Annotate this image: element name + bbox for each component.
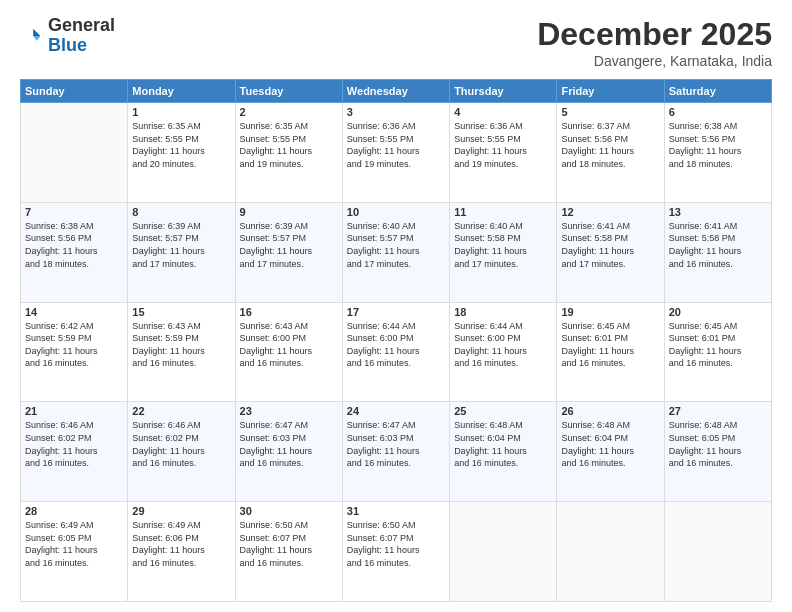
- cell-content: Sunrise: 6:39 AMSunset: 5:57 PMDaylight:…: [132, 220, 230, 270]
- calendar-header-saturday: Saturday: [664, 80, 771, 103]
- location: Davangere, Karnataka, India: [537, 53, 772, 69]
- calendar-cell: 28Sunrise: 6:49 AMSunset: 6:05 PMDayligh…: [21, 502, 128, 602]
- cell-content: Sunrise: 6:42 AMSunset: 5:59 PMDaylight:…: [25, 320, 123, 370]
- cell-content: Sunrise: 6:50 AMSunset: 6:07 PMDaylight:…: [240, 519, 338, 569]
- calendar-cell: [21, 103, 128, 203]
- logo-blue-text: Blue: [48, 36, 115, 56]
- day-number: 19: [561, 306, 659, 318]
- day-number: 22: [132, 405, 230, 417]
- day-number: 30: [240, 505, 338, 517]
- calendar-cell: 27Sunrise: 6:48 AMSunset: 6:05 PMDayligh…: [664, 402, 771, 502]
- calendar-header-thursday: Thursday: [450, 80, 557, 103]
- calendar-cell: 4Sunrise: 6:36 AMSunset: 5:55 PMDaylight…: [450, 103, 557, 203]
- day-number: 27: [669, 405, 767, 417]
- logo-text: General Blue: [48, 16, 115, 56]
- logo: General Blue: [20, 16, 115, 56]
- cell-content: Sunrise: 6:44 AMSunset: 6:00 PMDaylight:…: [347, 320, 445, 370]
- header: General Blue December 2025 Davangere, Ka…: [20, 16, 772, 69]
- title-block: December 2025 Davangere, Karnataka, Indi…: [537, 16, 772, 69]
- calendar-week-2: 7Sunrise: 6:38 AMSunset: 5:56 PMDaylight…: [21, 202, 772, 302]
- cell-content: Sunrise: 6:39 AMSunset: 5:57 PMDaylight:…: [240, 220, 338, 270]
- calendar-cell: [664, 502, 771, 602]
- calendar-cell: 12Sunrise: 6:41 AMSunset: 5:58 PMDayligh…: [557, 202, 664, 302]
- calendar-cell: 24Sunrise: 6:47 AMSunset: 6:03 PMDayligh…: [342, 402, 449, 502]
- day-number: 8: [132, 206, 230, 218]
- calendar-cell: 11Sunrise: 6:40 AMSunset: 5:58 PMDayligh…: [450, 202, 557, 302]
- calendar-cell: 2Sunrise: 6:35 AMSunset: 5:55 PMDaylight…: [235, 103, 342, 203]
- calendar-header-monday: Monday: [128, 80, 235, 103]
- page: General Blue December 2025 Davangere, Ka…: [0, 0, 792, 612]
- day-number: 13: [669, 206, 767, 218]
- day-number: 9: [240, 206, 338, 218]
- day-number: 14: [25, 306, 123, 318]
- calendar-cell: 9Sunrise: 6:39 AMSunset: 5:57 PMDaylight…: [235, 202, 342, 302]
- day-number: 11: [454, 206, 552, 218]
- cell-content: Sunrise: 6:44 AMSunset: 6:00 PMDaylight:…: [454, 320, 552, 370]
- calendar-cell: 1Sunrise: 6:35 AMSunset: 5:55 PMDaylight…: [128, 103, 235, 203]
- calendar-cell: 29Sunrise: 6:49 AMSunset: 6:06 PMDayligh…: [128, 502, 235, 602]
- calendar-cell: 23Sunrise: 6:47 AMSunset: 6:03 PMDayligh…: [235, 402, 342, 502]
- calendar-cell: 5Sunrise: 6:37 AMSunset: 5:56 PMDaylight…: [557, 103, 664, 203]
- calendar-week-5: 28Sunrise: 6:49 AMSunset: 6:05 PMDayligh…: [21, 502, 772, 602]
- calendar-cell: 15Sunrise: 6:43 AMSunset: 5:59 PMDayligh…: [128, 302, 235, 402]
- calendar-cell: 22Sunrise: 6:46 AMSunset: 6:02 PMDayligh…: [128, 402, 235, 502]
- cell-content: Sunrise: 6:40 AMSunset: 5:57 PMDaylight:…: [347, 220, 445, 270]
- cell-content: Sunrise: 6:47 AMSunset: 6:03 PMDaylight:…: [347, 419, 445, 469]
- day-number: 4: [454, 106, 552, 118]
- calendar-cell: 26Sunrise: 6:48 AMSunset: 6:04 PMDayligh…: [557, 402, 664, 502]
- calendar-cell: 8Sunrise: 6:39 AMSunset: 5:57 PMDaylight…: [128, 202, 235, 302]
- cell-content: Sunrise: 6:41 AMSunset: 5:58 PMDaylight:…: [669, 220, 767, 270]
- cell-content: Sunrise: 6:49 AMSunset: 6:05 PMDaylight:…: [25, 519, 123, 569]
- cell-content: Sunrise: 6:48 AMSunset: 6:05 PMDaylight:…: [669, 419, 767, 469]
- calendar-cell: 21Sunrise: 6:46 AMSunset: 6:02 PMDayligh…: [21, 402, 128, 502]
- day-number: 1: [132, 106, 230, 118]
- day-number: 5: [561, 106, 659, 118]
- day-number: 6: [669, 106, 767, 118]
- calendar-header-wednesday: Wednesday: [342, 80, 449, 103]
- calendar-cell: [450, 502, 557, 602]
- cell-content: Sunrise: 6:35 AMSunset: 5:55 PMDaylight:…: [240, 120, 338, 170]
- day-number: 10: [347, 206, 445, 218]
- cell-content: Sunrise: 6:36 AMSunset: 5:55 PMDaylight:…: [454, 120, 552, 170]
- calendar-week-4: 21Sunrise: 6:46 AMSunset: 6:02 PMDayligh…: [21, 402, 772, 502]
- cell-content: Sunrise: 6:43 AMSunset: 6:00 PMDaylight:…: [240, 320, 338, 370]
- day-number: 23: [240, 405, 338, 417]
- calendar-header-friday: Friday: [557, 80, 664, 103]
- calendar-cell: 13Sunrise: 6:41 AMSunset: 5:58 PMDayligh…: [664, 202, 771, 302]
- day-number: 12: [561, 206, 659, 218]
- cell-content: Sunrise: 6:45 AMSunset: 6:01 PMDaylight:…: [669, 320, 767, 370]
- cell-content: Sunrise: 6:47 AMSunset: 6:03 PMDaylight:…: [240, 419, 338, 469]
- day-number: 28: [25, 505, 123, 517]
- calendar-cell: 18Sunrise: 6:44 AMSunset: 6:00 PMDayligh…: [450, 302, 557, 402]
- calendar-cell: 19Sunrise: 6:45 AMSunset: 6:01 PMDayligh…: [557, 302, 664, 402]
- calendar-cell: [557, 502, 664, 602]
- cell-content: Sunrise: 6:50 AMSunset: 6:07 PMDaylight:…: [347, 519, 445, 569]
- calendar-cell: 7Sunrise: 6:38 AMSunset: 5:56 PMDaylight…: [21, 202, 128, 302]
- calendar-cell: 17Sunrise: 6:44 AMSunset: 6:00 PMDayligh…: [342, 302, 449, 402]
- cell-content: Sunrise: 6:48 AMSunset: 6:04 PMDaylight:…: [561, 419, 659, 469]
- calendar-cell: 3Sunrise: 6:36 AMSunset: 5:55 PMDaylight…: [342, 103, 449, 203]
- cell-content: Sunrise: 6:43 AMSunset: 5:59 PMDaylight:…: [132, 320, 230, 370]
- calendar-table: SundayMondayTuesdayWednesdayThursdayFrid…: [20, 79, 772, 602]
- day-number: 16: [240, 306, 338, 318]
- cell-content: Sunrise: 6:37 AMSunset: 5:56 PMDaylight:…: [561, 120, 659, 170]
- calendar-header-sunday: Sunday: [21, 80, 128, 103]
- cell-content: Sunrise: 6:41 AMSunset: 5:58 PMDaylight:…: [561, 220, 659, 270]
- calendar-header-row: SundayMondayTuesdayWednesdayThursdayFrid…: [21, 80, 772, 103]
- cell-content: Sunrise: 6:38 AMSunset: 5:56 PMDaylight:…: [669, 120, 767, 170]
- day-number: 24: [347, 405, 445, 417]
- cell-content: Sunrise: 6:46 AMSunset: 6:02 PMDaylight:…: [132, 419, 230, 469]
- day-number: 7: [25, 206, 123, 218]
- cell-content: Sunrise: 6:45 AMSunset: 6:01 PMDaylight:…: [561, 320, 659, 370]
- cell-content: Sunrise: 6:48 AMSunset: 6:04 PMDaylight:…: [454, 419, 552, 469]
- calendar-cell: 25Sunrise: 6:48 AMSunset: 6:04 PMDayligh…: [450, 402, 557, 502]
- day-number: 15: [132, 306, 230, 318]
- calendar-cell: 6Sunrise: 6:38 AMSunset: 5:56 PMDaylight…: [664, 103, 771, 203]
- day-number: 29: [132, 505, 230, 517]
- calendar-header-tuesday: Tuesday: [235, 80, 342, 103]
- logo-icon: [20, 24, 44, 48]
- cell-content: Sunrise: 6:38 AMSunset: 5:56 PMDaylight:…: [25, 220, 123, 270]
- day-number: 20: [669, 306, 767, 318]
- calendar-cell: 20Sunrise: 6:45 AMSunset: 6:01 PMDayligh…: [664, 302, 771, 402]
- logo-general-text: General: [48, 16, 115, 36]
